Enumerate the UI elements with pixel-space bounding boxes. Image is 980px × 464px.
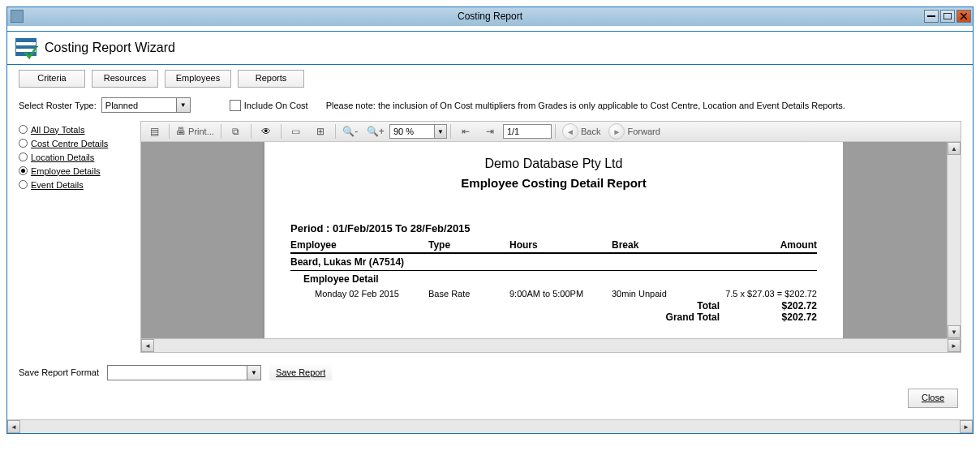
save-report-button[interactable]: Save Report	[269, 364, 332, 380]
radio-icon	[19, 166, 28, 175]
cell-type: Base Rate	[428, 289, 509, 299]
scroll-up-icon: ▲	[948, 142, 961, 155]
report-title: Employee Costing Detail Report	[290, 176, 817, 190]
first-page-button[interactable]: ⇤	[454, 123, 477, 140]
back-icon: ◄	[562, 123, 578, 140]
report-type-radiogroup: All Day Totals Cost Centre Details Locat…	[19, 121, 137, 353]
svg-rect-0	[927, 15, 935, 17]
copy-icon: ⧉	[232, 126, 239, 137]
minimize-button[interactable]	[924, 10, 939, 23]
col-type: Type	[428, 239, 509, 251]
binoculars-icon: 👁	[261, 126, 271, 137]
radio-icon	[19, 180, 28, 189]
last-page-icon: ⇥	[486, 126, 494, 137]
scroll-left-icon: ◄	[141, 339, 154, 352]
single-page-button[interactable]: ▭	[285, 123, 307, 140]
zoom-out-icon: 🔍-	[342, 126, 358, 137]
table-header: Employee Type Hours Break Amount	[290, 239, 817, 254]
zoom-select[interactable]: 90 % ▼	[389, 124, 447, 139]
cell-date: Monday 02 Feb 2015	[315, 289, 428, 299]
multi-page-icon: ⊞	[316, 126, 325, 137]
cell-hours: 9:00AM to 5:00PM	[509, 289, 612, 299]
scroll-left-icon: ◄	[7, 420, 20, 433]
report-period: Period : 01/Feb/2015 To 28/Feb/2015	[290, 222, 817, 234]
scroll-right-icon: ►	[948, 339, 961, 352]
total-row: Total $202.72	[290, 300, 817, 311]
report-page: Demo Database Pty Ltd Employee Costing D…	[264, 142, 843, 338]
employee-detail-subheader: Employee Detail	[290, 271, 817, 287]
multi-page-button[interactable]: ⊞	[309, 123, 332, 140]
wizard-icon	[15, 37, 38, 59]
toc-button[interactable]: ▤	[143, 123, 165, 140]
tab-reports[interactable]: Reports	[238, 70, 304, 88]
col-break: Break	[612, 239, 725, 251]
single-page-icon: ▭	[291, 126, 300, 137]
tab-criteria[interactable]: Criteria	[19, 70, 85, 88]
chevron-down-icon: ▼	[434, 125, 446, 138]
table-row: Monday 02 Feb 2015 Base Rate 9:00AM to 5…	[290, 287, 817, 300]
zoom-out-button[interactable]: 🔍-	[339, 123, 362, 140]
copy-button[interactable]: ⧉	[225, 123, 247, 140]
printer-icon: 🖶	[176, 126, 186, 137]
report-company: Demo Database Pty Ltd	[290, 157, 817, 171]
zoom-in-button[interactable]: 🔍+	[363, 123, 388, 140]
print-button[interactable]: 🖶 Print...	[173, 123, 217, 140]
report-toolbar: ▤ 🖶 Print... ⧉ 👁 ▭ ⊞	[141, 122, 961, 142]
checkbox-icon	[230, 100, 241, 111]
include-oncost-checkbox[interactable]: Include On Cost	[230, 100, 308, 111]
first-page-icon: ⇤	[462, 126, 470, 137]
forward-icon: ►	[608, 123, 625, 140]
roster-type-label: Select Roster Type:	[19, 101, 97, 110]
maximize-button[interactable]	[940, 10, 955, 23]
grand-total-row: Grand Total $202.72	[290, 311, 817, 323]
close-button[interactable]	[956, 10, 971, 23]
employee-row: Beard, Lukas Mr (A7514)	[290, 254, 817, 271]
svg-rect-1	[943, 13, 952, 19]
radio-location-details[interactable]: Location Details	[19, 150, 137, 164]
cell-amount: 7.5 x $27.03 = $202.72	[725, 289, 817, 299]
oncost-note: Please note: the inclusion of On Cost mu…	[326, 101, 845, 110]
page-input[interactable]: 1/1	[503, 124, 552, 139]
roster-type-select[interactable]: Planned ▼	[101, 97, 191, 113]
save-format-label: Save Report Format	[19, 367, 99, 377]
save-format-select[interactable]: ▼	[107, 365, 261, 380]
radio-icon	[19, 153, 28, 161]
vertical-scrollbar[interactable]: ▲ ▼	[947, 142, 961, 338]
chevron-down-icon: ▼	[176, 98, 190, 112]
zoom-in-icon: 🔍+	[367, 126, 385, 137]
tab-resources[interactable]: Resources	[92, 70, 158, 88]
wizard-title: Costing Report Wizard	[45, 41, 175, 55]
col-employee: Employee	[290, 239, 428, 251]
last-page-button[interactable]: ⇥	[479, 123, 501, 140]
window-title: Costing Report	[7, 11, 973, 22]
roster-type-value: Planned	[102, 101, 176, 110]
tab-employees[interactable]: Employees	[165, 70, 231, 88]
scroll-down-icon: ▼	[948, 325, 961, 338]
radio-event-details[interactable]: Event Details	[19, 178, 137, 191]
radio-icon	[19, 125, 28, 134]
find-button[interactable]: 👁	[255, 123, 277, 140]
toc-icon: ▤	[150, 126, 159, 137]
cell-break: 30min Unpaid	[612, 289, 725, 299]
app-icon	[11, 10, 24, 23]
back-button[interactable]: ◄ Back	[559, 123, 604, 140]
chevron-down-icon: ▼	[247, 366, 260, 380]
close-dialog-button[interactable]: Close	[908, 389, 958, 408]
report-preview-pane: ▤ 🖶 Print... ⧉ 👁 ▭ ⊞	[140, 121, 961, 353]
scroll-right-icon: ►	[960, 420, 973, 433]
forward-button[interactable]: ► Forward	[605, 123, 663, 140]
window-horizontal-scrollbar[interactable]: ◄ ►	[7, 419, 973, 433]
radio-employee-details[interactable]: Employee Details	[19, 164, 137, 178]
horizontal-scrollbar[interactable]: ◄ ►	[141, 338, 961, 352]
radio-cost-centre-details[interactable]: Cost Centre Details	[19, 136, 137, 150]
col-hours: Hours	[509, 239, 612, 251]
include-oncost-label: Include On Cost	[244, 101, 308, 110]
wizard-header: Costing Report Wizard	[7, 31, 973, 65]
window-titlebar: Costing Report	[7, 7, 973, 26]
col-amount: Amount	[725, 239, 817, 251]
radio-all-day-totals[interactable]: All Day Totals	[19, 122, 137, 136]
radio-icon	[19, 139, 28, 148]
